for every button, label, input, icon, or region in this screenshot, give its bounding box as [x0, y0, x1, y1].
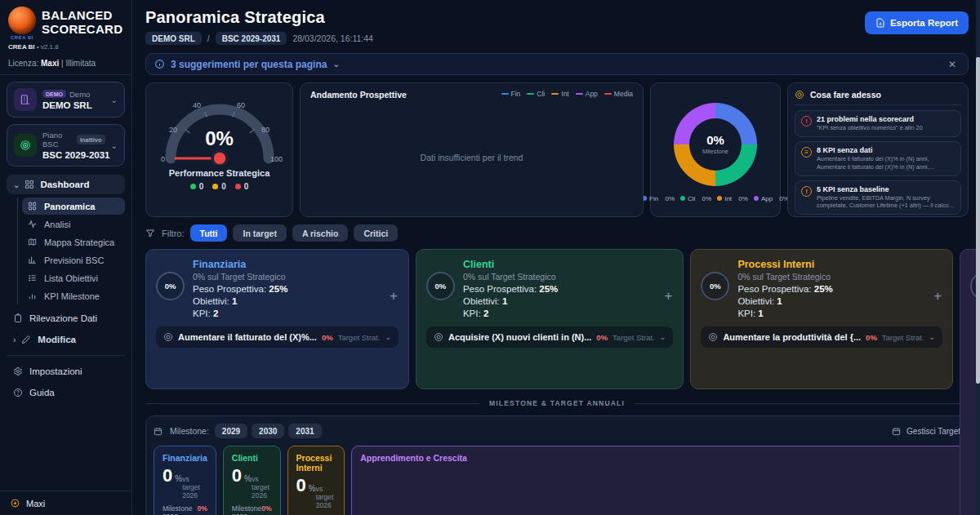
brand-logo: CREA BI BALANCED SCORECARD — [0, 0, 131, 40]
main-content: Panoramica Strategica DEMO SRL / BSC 202… — [132, 0, 980, 515]
perspective-card-clienti: 0% Clienti 0% sul Target Strategico Peso… — [416, 249, 684, 389]
legend-dot-icon — [680, 196, 685, 201]
sidebar-item-analisi[interactable]: Analisi — [22, 215, 125, 233]
chevron-down-icon: ⌄ — [332, 60, 339, 69]
todo-item-kpi-senza-baseline[interactable]: ! 5 KPI senza baseline Pipeline vendite,… — [795, 180, 961, 215]
checklist-icon — [28, 273, 38, 282]
perspective-card-finanziaria: 0% Finanziaria 0% sul Target Strategico … — [145, 249, 409, 389]
red-dot-icon — [235, 184, 241, 189]
year-2029-button[interactable]: 2029 — [215, 424, 247, 438]
alert-icon: ! — [801, 116, 812, 127]
filter-a-rischio-button[interactable]: A rischio — [292, 224, 349, 242]
footer-user-label: Maxi — [26, 499, 45, 508]
chevron-down-icon: ⌄ — [13, 180, 20, 189]
perspective-card-processi-interni: 0% Processi Interni 0% sul Target Strate… — [690, 249, 953, 389]
donut-center-value: 0% — [706, 133, 724, 147]
target-icon — [434, 332, 443, 342]
milestone-card-clienti: Clienti 0 % vs target 2026 Milestone 202… — [223, 446, 281, 515]
filter-critici-button[interactable]: Critici — [354, 224, 398, 242]
grid-icon — [24, 180, 35, 189]
activity-icon — [28, 220, 38, 229]
sidebar-item-panoramica[interactable]: Panoramica — [22, 198, 125, 215]
chevron-down-icon: ⌄ — [111, 141, 118, 150]
milestone-label: Milestone: — [170, 426, 209, 436]
map-icon — [28, 238, 38, 246]
perspective-title: Clienti — [463, 259, 558, 270]
filter-bar: Filtro: Tutti In target A rischio Critic… — [145, 224, 969, 242]
app-window: CREA BI BALANCED SCORECARD CREA BI • v2.… — [0, 0, 980, 515]
milestone-donut-panel: 0% Milestone Fin 0% Cli 0% Int 0% App 0% — [650, 82, 781, 217]
add-objective-button[interactable]: + — [664, 289, 672, 303]
company-selector[interactable]: DEMO Demo DEMO SRL ⌄ — [7, 82, 125, 118]
svg-text:60: 60 — [237, 101, 245, 109]
sidebar-item-rilevazione-dati[interactable]: Rilevazione Dati — [7, 308, 125, 329]
trend-empty-message: Dati insufficienti per il trend — [301, 153, 643, 162]
database-icon: ≡ — [801, 147, 812, 158]
breadcrumb: DEMO SRL / BSC 2029-2031 28/03/2026, 16:… — [145, 32, 373, 45]
milestone-donut-chart: 0% Milestone — [674, 103, 757, 186]
demo-badge: DEMO — [42, 90, 66, 98]
timestamp: 28/03/2026, 16:11:44 — [292, 33, 372, 43]
filter-tutti-button[interactable]: Tutti — [190, 224, 228, 242]
vs-target-label: vs target 2026 — [182, 475, 207, 499]
objective-row[interactable]: Aumentare il fatturato del (X)%... 0% Ta… — [156, 326, 399, 348]
filter-label: Filtro: — [162, 229, 185, 238]
todo-item-kpi-senza-dati[interactable]: ≡ 8 KPI senza dati Aumentare il fatturat… — [795, 141, 961, 176]
progress-badge: 0% — [426, 272, 455, 300]
legend-line-icon — [576, 93, 583, 95]
milestone-card-finanziaria: Finanziaria 0 % vs target 2026 Milestone… — [154, 446, 216, 515]
progress-badge: 0% — [156, 272, 185, 300]
sidebar-menu: ⌄ Dashboard Panoramica Analisi — [0, 166, 131, 491]
breadcrumb-plan-badge[interactable]: BSC 2029-2031 — [216, 32, 287, 45]
close-icon[interactable]: ✕ — [945, 59, 960, 70]
help-icon — [13, 388, 24, 397]
trend-panel: Andamento Prospettive Fin Cli Int App Me… — [300, 82, 644, 217]
sidebar-item-lista-obiettivi[interactable]: Lista Obiettivi — [22, 269, 125, 286]
objective-row[interactable]: Acquisire (X) nuovi clienti in (N)... 0%… — [426, 326, 673, 348]
milestone-value: 0 — [296, 477, 306, 495]
gauge-panel: 0 20 40 60 80 100 0% Performance Strateg… — [145, 82, 293, 217]
sidebar-item-previsioni-bsc[interactable]: Previsioni BSC — [22, 251, 125, 269]
calendar-icon — [892, 427, 902, 436]
legend-line-icon — [501, 93, 509, 95]
chevron-down-icon: ⌄ — [660, 333, 666, 341]
sidebar-item-kpi-milestone[interactable]: KPI Milestone — [22, 287, 125, 304]
sidebar-item-modifica[interactable]: › Modifica — [7, 329, 125, 350]
export-report-button[interactable]: Esporta Report — [865, 11, 969, 34]
page-scrollbar[interactable] — [976, 0, 980, 515]
chevron-down-icon: ⌄ — [385, 333, 391, 341]
gauge-status-counts: 0 0 0 — [190, 182, 249, 191]
gauge-title: Performance Strategica — [169, 168, 270, 178]
yellow-dot-icon — [212, 184, 218, 189]
trend-title: Andamento Prospettive — [310, 90, 407, 100]
manage-targets-button[interactable]: Gestisci Target — [892, 427, 960, 436]
todo-item-problemi[interactable]: ! 21 problemi nella scorecard "KPI senza… — [795, 110, 961, 137]
gauge-value: 0% — [154, 127, 285, 150]
plan-selector[interactable]: Piano BSC Inattivo BSC 2029-2031 ⌄ — [7, 124, 125, 166]
scrollbar-thumb[interactable] — [976, 57, 980, 384]
chevron-right-icon: › — [13, 335, 16, 344]
sidebar-item-dashboard[interactable]: ⌄ Dashboard — [7, 175, 125, 194]
year-2031-button[interactable]: 2031 — [288, 424, 321, 438]
chevron-down-icon: ⌄ — [111, 95, 118, 104]
green-dot-icon — [190, 184, 196, 189]
company-name: DEMO SRL — [42, 100, 105, 110]
target-icon — [795, 90, 805, 100]
suggestions-toggle[interactable]: 3 suggerimenti per questa pagina ⌄ — [154, 59, 945, 70]
milestone-divider: MILESTONE & TARGET ANNUALI — [145, 399, 969, 407]
add-objective-button[interactable]: + — [933, 289, 942, 303]
milestone-value: 0 — [232, 467, 242, 485]
donut-center-label: Milestone — [702, 148, 728, 155]
filter-in-target-button[interactable]: In target — [233, 224, 286, 242]
funnel-icon — [145, 229, 156, 238]
sidebar-item-mappa-strategica[interactable]: Mappa Strategica — [22, 233, 125, 251]
objective-row[interactable]: Aumentare la produttività del {... 0% Ta… — [701, 326, 942, 348]
year-2030-button[interactable]: 2030 — [252, 424, 284, 438]
sidebar-item-guida[interactable]: Guida — [7, 382, 125, 403]
legend-line-icon — [551, 93, 559, 95]
calendar-icon — [154, 427, 164, 436]
sidebar-item-impostazioni[interactable]: Impostazioni — [7, 361, 125, 382]
svg-text:40: 40 — [193, 101, 201, 109]
breadcrumb-company-badge[interactable]: DEMO SRL — [145, 32, 202, 45]
add-objective-button[interactable]: + — [390, 289, 398, 303]
